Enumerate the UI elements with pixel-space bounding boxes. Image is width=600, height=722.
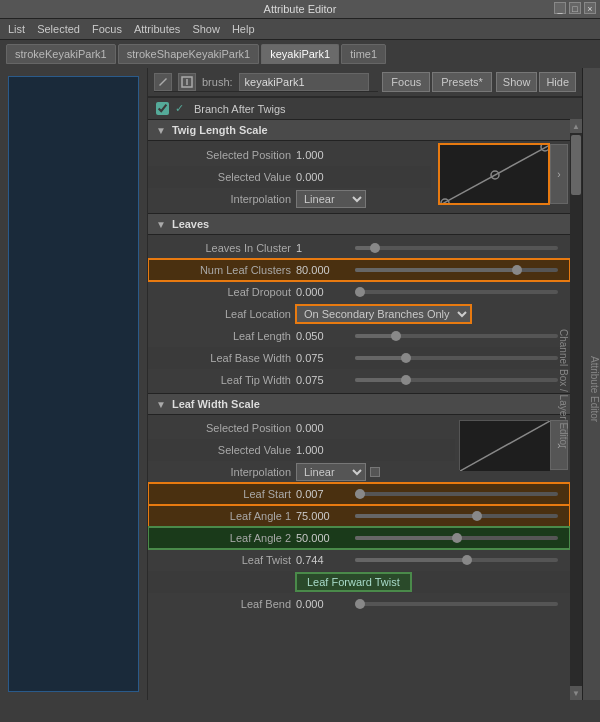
leaf-forward-twist-button[interactable]: Leaf Forward Twist [296,573,411,591]
maximize-icon[interactable]: □ [569,2,581,14]
left-panel [0,68,148,700]
twig-graph-expand-button[interactable]: › [550,144,568,204]
twig-interpolation-row: Interpolation Linear [148,188,431,210]
leaf-base-width-slider[interactable] [355,356,558,360]
leaf-dropout-value: 0.000 [296,286,351,298]
leaf-twist-label: Leaf Twist [156,554,296,566]
scroll-thumb[interactable] [571,135,581,195]
menu-show[interactable]: Show [192,23,220,35]
leaf-dropout-slider[interactable] [355,290,558,294]
twig-graph[interactable] [439,144,549,204]
menu-bar: List Selected Focus Attributes Show Help [0,19,600,40]
tab-strokeShapeKeyakiPark1[interactable]: strokeShapeKeyakiPark1 [118,44,260,64]
leaf-start-slider[interactable] [355,492,558,496]
leaf-dropout-row: Leaf Dropout 0.000 [148,281,570,303]
leaf-length-value: 0.050 [296,330,351,342]
minimize-icon[interactable]: _ [554,2,566,14]
twig-interpolation-select[interactable]: Linear [296,190,366,208]
branch-label: Branch After Twigs [194,103,286,115]
leaves-in-cluster-slider[interactable] [355,246,558,250]
leaf-twist-slider[interactable] [355,558,558,562]
leaf-width-graph-svg [460,421,550,471]
hide-button[interactable]: Hide [539,72,576,92]
leaf-location-select[interactable]: On Secondary Branches Only [296,305,471,323]
leaves-arrow-icon: ▼ [156,219,166,230]
leaf-width-graph[interactable] [459,420,549,470]
menu-focus[interactable]: Focus [92,23,122,35]
leaf-width-color-swatch[interactable] [370,467,380,477]
menu-help[interactable]: Help [232,23,255,35]
leaves-in-cluster-value: 1 [296,242,351,254]
num-leaf-clusters-value: 80.000 [296,264,351,276]
leaf-bend-label: Leaf Bend [156,598,296,610]
tab-keyakiPark1[interactable]: keyakiPark1 [261,44,339,64]
presets-button[interactable]: Presets* [432,72,492,92]
leaf-width-interp-label: Interpolation [156,466,296,478]
leaf-tip-width-slider[interactable] [355,378,558,382]
close-icon[interactable]: × [584,2,596,14]
leaf-width-selected-val-label: Selected Value [156,444,296,456]
title-label: Attribute Editor [264,3,337,15]
leaf-length-slider[interactable] [355,334,558,338]
brush-icon[interactable] [154,73,172,91]
leaf-width-section-header[interactable]: ▼ Leaf Width Scale [148,393,570,415]
focus-button[interactable]: Focus [382,72,430,92]
twig-arrow-icon: ▼ [156,125,166,136]
load-icon[interactable] [178,73,196,91]
twig-selected-value-label: Selected Value [156,171,296,183]
leaf-base-width-value: 0.075 [296,352,351,364]
show-button[interactable]: Show [496,72,538,92]
leaf-angle1-label: Leaf Angle 1 [156,510,296,522]
leaf-width-section-title: Leaf Width Scale [172,398,260,410]
leaf-angle2-row: Leaf Angle 2 50.000 [148,527,570,549]
menu-selected[interactable]: Selected [37,23,80,35]
num-leaf-clusters-row: Num Leaf Clusters 80.000 [148,259,570,281]
leaf-forward-twist-row: Leaf Forward Twist [148,571,570,593]
leaf-angle1-row: Leaf Angle 1 75.000 [148,505,570,527]
right-sidebar-label-2: Channel Box / Layer Editor [558,329,569,449]
leaf-angle1-slider[interactable] [355,514,558,518]
leaf-base-width-label: Leaf Base Width [156,352,296,364]
leaf-base-width-row: Leaf Base Width 0.075 [148,347,570,369]
leaves-in-cluster-row: Leaves In Cluster 1 [148,237,570,259]
leaf-width-arrow-icon: ▼ [156,399,166,410]
twig-section-header[interactable]: ▼ Twig Length Scale [148,119,570,141]
brush-label: brush: [202,76,233,88]
twig-selected-position-label: Selected Position [156,149,296,161]
leaf-twist-value: 0.744 [296,554,351,566]
leaf-location-label: Leaf Location [156,308,296,320]
leaf-width-selected-pos-label: Selected Position [156,422,296,434]
scroll-up-button[interactable]: ▲ [570,119,582,133]
leaf-bend-slider[interactable] [355,602,558,606]
num-leaf-clusters-slider[interactable] [355,268,558,272]
brush-input[interactable] [239,73,369,91]
scroll-down-button[interactable]: ▼ [570,686,582,700]
branch-row: ✓ Branch After Twigs [148,97,582,119]
leaf-width-selected-val-value: 1.000 [296,444,351,456]
twig-selected-position-value: 1.000 [296,149,351,161]
menu-list[interactable]: List [8,23,25,35]
twig-selected-value-value: 0.000 [296,171,351,183]
leaves-section-header[interactable]: ▼ Leaves [148,213,570,235]
leaf-angle2-slider[interactable] [355,536,558,540]
leaf-angle2-value: 50.000 [296,532,351,544]
branch-checkbox[interactable] [156,102,169,115]
leaf-width-selected-pos-value: 0.000 [296,422,351,434]
tab-time1[interactable]: time1 [341,44,386,64]
leaf-dropout-label: Leaf Dropout [156,286,296,298]
leaf-tip-width-row: Leaf Tip Width 0.075 [148,369,570,391]
menu-attributes[interactable]: Attributes [134,23,180,35]
leaves-in-cluster-label: Leaves In Cluster [156,242,296,254]
leaf-twist-row: Leaf Twist 0.744 [148,549,570,571]
leaves-section-title: Leaves [172,218,209,230]
leaf-bend-value: 0.000 [296,598,351,610]
tabs-row: strokeKeyakiPark1 strokeShapeKeyakiPark1… [0,40,600,68]
twig-selected-value-row: Selected Value 0.000 [148,166,431,188]
twig-section-title: Twig Length Scale [172,124,268,136]
tab-strokeKeyakiPark1[interactable]: strokeKeyakiPark1 [6,44,116,64]
leaf-width-interp-select[interactable]: Linear [296,463,366,481]
twig-interpolation-label: Interpolation [156,193,296,205]
leaf-tip-width-label: Leaf Tip Width [156,374,296,386]
leaf-length-row: Leaf Length 0.050 [148,325,570,347]
leaf-bend-row: Leaf Bend 0.000 [148,593,570,615]
